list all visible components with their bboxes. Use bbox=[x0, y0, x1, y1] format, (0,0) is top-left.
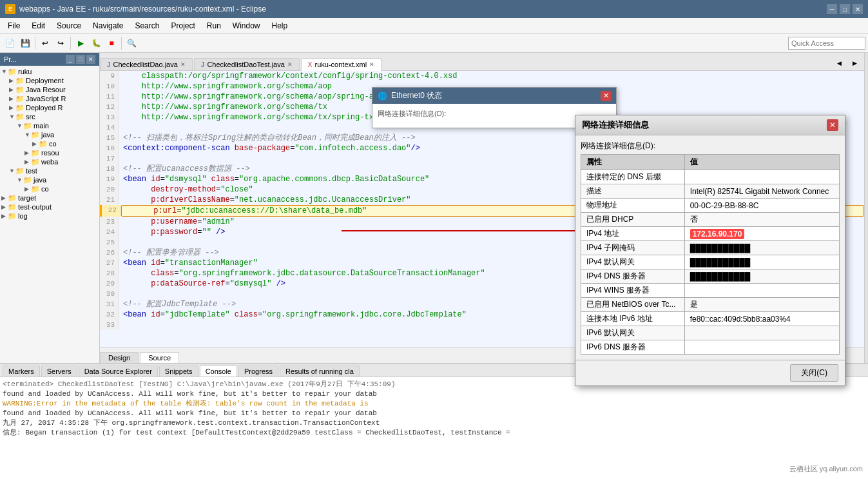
quick-access-input[interactable] bbox=[788, 37, 865, 50]
menu-help[interactable]: Help bbox=[267, 20, 293, 32]
table-row: 描述Intel(R) 82574L Gigabit Network Connec bbox=[581, 184, 840, 199]
toolbar-run[interactable]: ▶ bbox=[73, 36, 88, 50]
tab-close-ruku-context[interactable]: ✕ bbox=[369, 61, 374, 68]
toolbar-new[interactable]: 📄 bbox=[3, 36, 17, 50]
menu-source[interactable]: Source bbox=[52, 20, 86, 32]
panel-close[interactable]: ✕ bbox=[86, 55, 95, 64]
tree-node-ruku[interactable]: ▼ 📁 ruku bbox=[0, 67, 99, 76]
console-line: WARNING:Error in the metadata of the tab… bbox=[3, 399, 865, 409]
console-line: found and loaded by UCanAccess. All will… bbox=[3, 409, 865, 418]
tree-node-src[interactable]: ▼ 📁 src bbox=[0, 112, 99, 121]
col-value: 值 bbox=[684, 155, 839, 170]
tab-source[interactable]: Source bbox=[140, 352, 179, 363]
property-cell: IPv6 DNS 服务器 bbox=[581, 340, 685, 355]
tree-node-test[interactable]: ▼ 📁 test bbox=[0, 166, 99, 175]
panel-header: Pr... _ □ ✕ bbox=[0, 53, 99, 66]
menu-bar: File Edit Source Navigate Search Project… bbox=[0, 18, 868, 34]
property-cell: 物理地址 bbox=[581, 199, 685, 213]
table-row: 已启用 DHCP否 bbox=[581, 213, 840, 227]
table-row: IPv4 WINS 服务器 bbox=[581, 284, 840, 298]
tab-checkedlistdaotest[interactable]: J CheckedlistDaoTest.java ✕ bbox=[194, 58, 300, 70]
tree-node-co[interactable]: ▶ 📁 co bbox=[0, 139, 99, 148]
console-output: <terminated> CheckedlistDaoTest [TestNG]… bbox=[0, 377, 868, 479]
panel-maximize[interactable]: □ bbox=[76, 55, 85, 64]
tab-markers[interactable]: Markers bbox=[3, 366, 40, 376]
tab-checkedlistdao[interactable]: J CheckedlistDao.java ✕ bbox=[100, 58, 193, 70]
tab-close-checkedlistdao[interactable]: ✕ bbox=[180, 61, 186, 68]
menu-navigate[interactable]: Navigate bbox=[88, 20, 128, 32]
console-line: 九月 27, 2017 4:35:28 下午 org.springframewo… bbox=[3, 418, 865, 428]
property-cell: IPv4 默认网关 bbox=[581, 255, 685, 269]
tree-node-deployment[interactable]: ▶ 📁 Deployment bbox=[0, 76, 99, 85]
tab-design[interactable]: Design bbox=[100, 352, 139, 363]
menu-project[interactable]: Project bbox=[166, 20, 200, 32]
menu-file[interactable]: File bbox=[3, 20, 25, 32]
project-explorer-panel: Pr... _ □ ✕ ▼ 📁 ruku ▶ bbox=[0, 53, 100, 363]
tree-node-main[interactable]: ▼ 📁 main bbox=[0, 121, 99, 130]
network-dialog-label: 网络连接详细信息(D): bbox=[581, 141, 840, 152]
table-row: IPv6 DNS 服务器 bbox=[581, 340, 840, 355]
toolbar-separator-2 bbox=[70, 37, 71, 50]
tab-servers[interactable]: Servers bbox=[41, 366, 77, 376]
network-close-button[interactable]: 关闭(C) bbox=[790, 364, 838, 382]
network-dialog-footer: 关闭(C) bbox=[575, 360, 845, 386]
tab-scroll-left[interactable]: ◀ bbox=[832, 56, 846, 70]
tree-node-test-java[interactable]: ▼ 📁 java bbox=[0, 175, 99, 184]
network-dialog-close[interactable]: ✕ bbox=[827, 119, 838, 131]
menu-window[interactable]: Window bbox=[227, 20, 265, 32]
toolbar-stop[interactable]: ■ bbox=[104, 36, 119, 50]
value-cell bbox=[684, 170, 839, 184]
value-cell: 00-0C-29-BB-88-8C bbox=[684, 199, 839, 213]
tree-node-weba[interactable]: ▶ 📁 weba bbox=[0, 157, 99, 166]
table-row: IPv6 默认网关 bbox=[581, 326, 840, 340]
minimize-button[interactable]: ─ bbox=[827, 4, 837, 14]
panel-title: Pr... bbox=[4, 55, 17, 63]
table-row: IPv4 默认网关███████████ bbox=[581, 255, 840, 269]
property-cell: IPv4 WINS 服务器 bbox=[581, 284, 685, 298]
ethernet-close-button[interactable]: ✕ bbox=[601, 91, 611, 101]
tab-progress[interactable]: Progress bbox=[238, 366, 278, 376]
tab-results[interactable]: Results of running cla bbox=[280, 366, 360, 376]
console-line: 信息: Began transaction (1) for test conte… bbox=[3, 428, 865, 438]
console-line: found and loaded by UCanAccess. All will… bbox=[3, 389, 865, 399]
tree-node-log[interactable]: ▶ 📁 log bbox=[0, 211, 99, 220]
tree-node-javascript[interactable]: ▶ 📁 JavaScript R bbox=[0, 94, 99, 103]
toolbar-redo[interactable]: ↪ bbox=[53, 36, 68, 50]
menu-search[interactable]: Search bbox=[130, 20, 164, 32]
value-cell: Intel(R) 82574L Gigabit Network Connec bbox=[684, 184, 839, 199]
toolbar-search[interactable]: 🔍 bbox=[124, 36, 139, 50]
tree-node-resou[interactable]: ▶ 📁 resou bbox=[0, 148, 99, 157]
title-bar: E webapps - Java EE - ruku/src/main/reso… bbox=[0, 0, 868, 18]
tab-ruku-context[interactable]: X ruku-context.xml ✕ bbox=[301, 58, 381, 71]
editor-tab-bar: J CheckedlistDao.java ✕ J CheckedlistDao… bbox=[100, 53, 864, 71]
toolbar-separator-3 bbox=[121, 37, 122, 50]
tree-node-java-resources[interactable]: ▶ 📁 Java Resour bbox=[0, 85, 99, 94]
tree-node-test-co[interactable]: ▶ 📁 co bbox=[0, 184, 99, 193]
tree-node-test-output[interactable]: ▶ 📁 test-output bbox=[0, 202, 99, 211]
network-properties-table: 属性 值 连接特定的 DNS 后缀描述Intel(R) 82574L Gigab… bbox=[581, 154, 840, 355]
toolbar-undo[interactable]: ↩ bbox=[38, 36, 52, 50]
toolbar-save[interactable]: 💾 bbox=[18, 36, 32, 50]
java-icon-2: J bbox=[201, 61, 205, 68]
network-details-dialog[interactable]: 网络连接详细信息 ✕ 网络连接详细信息(D): 属性 值 连接特定的 DNS 后… bbox=[575, 115, 845, 386]
tab-console[interactable]: Console bbox=[200, 366, 237, 376]
tab-data-source-explorer[interactable]: Data Source Explorer bbox=[79, 366, 158, 376]
value-cell: 172.16.90.170 bbox=[684, 227, 839, 241]
menu-edit[interactable]: Edit bbox=[26, 20, 50, 32]
menu-run[interactable]: Run bbox=[202, 20, 226, 32]
panel-minimize[interactable]: _ bbox=[66, 55, 75, 64]
tree-node-deployed[interactable]: ▶ 📁 Deployed R bbox=[0, 103, 99, 112]
table-row: 物理地址00-0C-29-BB-88-8C bbox=[581, 199, 840, 213]
maximize-button[interactable]: □ bbox=[840, 4, 850, 14]
tab-close-checkedlistdaotest[interactable]: ✕ bbox=[287, 61, 293, 68]
toolbar-debug[interactable]: 🐛 bbox=[89, 36, 103, 50]
close-button[interactable]: ✕ bbox=[853, 4, 863, 14]
tree-node-target[interactable]: ▶ 📁 target bbox=[0, 193, 99, 202]
tree-node-java[interactable]: ▼ 📁 java bbox=[0, 130, 99, 139]
tab-scroll-right[interactable]: ▶ bbox=[847, 56, 862, 70]
property-cell: 描述 bbox=[581, 184, 685, 199]
tab-snippets[interactable]: Snippets bbox=[159, 366, 198, 376]
value-cell: fe80::cac:409d:5bb8:aa03%4 bbox=[684, 312, 839, 326]
table-row: IPv4 子网掩码███████████ bbox=[581, 241, 840, 255]
window-title: webapps - Java EE - ruku/src/main/resour… bbox=[19, 5, 266, 14]
